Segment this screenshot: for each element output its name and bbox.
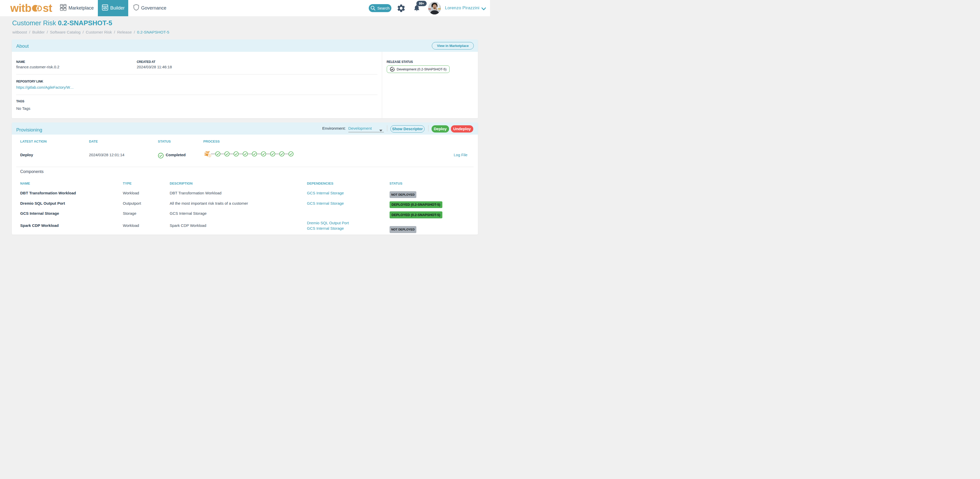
- svg-text:witb: witb: [10, 3, 32, 14]
- svg-text:st: st: [43, 3, 52, 14]
